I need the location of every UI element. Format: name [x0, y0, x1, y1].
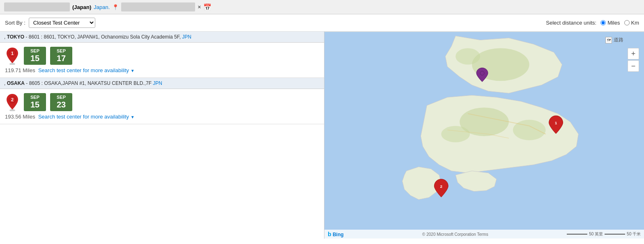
tc-country-1[interactable]: JPN	[182, 34, 191, 40]
sort-left: Sort By : Closest Test Center Date Name	[5, 18, 95, 28]
miles-radio[interactable]	[600, 20, 606, 25]
japan-label: (Japan)	[72, 4, 91, 10]
tc-header-2: , OSAKA - 8605 : OSAKA,JAPAN #1, NAKATSU…	[0, 78, 324, 89]
top-bar: (Japan) Japan. 📍 × 📅	[0, 0, 644, 14]
map-pin-1: 1	[5, 47, 20, 65]
test-center-item-2: , OSAKA - 8605 : OSAKA,JAPAN #1, NAKATSU…	[0, 78, 324, 124]
bing-logo: b Bing	[328, 231, 344, 237]
left-panel: , TOKYO - 8601 : 8601, TOKYO, JAPAN#1, O…	[0, 32, 324, 239]
km-radio-group: Km	[624, 20, 639, 26]
svg-text:1: 1	[11, 51, 14, 56]
date-badge-1b[interactable]: SEP 17	[50, 47, 72, 65]
scale-line-1	[567, 234, 587, 235]
search-link-1[interactable]: Search test center for more availability…	[38, 67, 135, 73]
date-month-1b: SEP	[54, 48, 68, 53]
date-month-1a: SEP	[28, 48, 42, 53]
tc-row-2: 2 SEP 15 SEP 23	[5, 93, 319, 111]
svg-point-9	[441, 126, 470, 142]
zoom-out-button[interactable]: −	[628, 60, 639, 72]
main-layout: , TOKYO - 8601 : 8601, TOKYO, JAPAN#1, O…	[0, 32, 644, 239]
zoom-in-button[interactable]: +	[628, 48, 639, 59]
map-footer: b Bing © 2020 Microsoft Corporation Term…	[324, 230, 644, 239]
sort-bar: Sort By : Closest Test Center Date Name …	[0, 14, 644, 32]
map-container: 1 2 🗺 道路 + −	[324, 32, 644, 239]
road-text: 道路	[614, 36, 623, 43]
tc-city-2: OSAKA	[7, 80, 25, 86]
bing-b: b	[328, 231, 331, 237]
sort-label: Sort By :	[5, 20, 25, 26]
km-radio[interactable]	[624, 20, 630, 25]
road-icon: 🗺	[605, 37, 612, 43]
svg-text:2: 2	[11, 97, 14, 102]
svg-text:1: 1	[555, 121, 557, 125]
svg-point-8	[513, 120, 546, 140]
distance-units-label: Select distance units:	[546, 20, 596, 26]
date-day-2a: 15	[28, 100, 42, 109]
date-month-2b: SEP	[54, 95, 68, 100]
pin-svg-2: 2	[5, 93, 19, 111]
pin-icon: 📍	[112, 4, 119, 10]
top-bar-left: (Japan) Japan. 📍 × 📅	[4, 2, 212, 11]
distance-units: Select distance units: Miles Km	[546, 20, 639, 26]
tc-separator-2: ,	[4, 80, 7, 86]
map-controls: + −	[628, 48, 639, 72]
tc-code-2: - 8605 : OSAKA,JAPAN #1, NAKATSU CENTER …	[25, 80, 153, 86]
scale-50mi: 50 英里	[589, 231, 603, 237]
sort-select[interactable]: Closest Test Center Date Name	[29, 18, 95, 28]
date-badge-2b[interactable]: SEP 23	[50, 93, 72, 111]
chevron-down-2: ▼	[131, 115, 135, 119]
svg-point-11	[455, 48, 480, 65]
test-center-item-1: , TOKYO - 8601 : 8601, TOKYO, JAPAN#1, O…	[0, 32, 324, 78]
km-label[interactable]: Km	[631, 20, 639, 26]
tc-city-1: TOKYO	[7, 34, 24, 40]
tc-distance-1: 119.71 Miles Search test center for more…	[5, 67, 319, 73]
svg-text:2: 2	[440, 184, 442, 189]
date-day-1b: 17	[54, 53, 68, 63]
calendar-icon[interactable]: 📅	[203, 3, 212, 11]
japan-link[interactable]: Japan.	[94, 4, 110, 10]
bing-text: Bing	[333, 232, 344, 237]
tc-country-2[interactable]: JPN	[153, 80, 162, 86]
date-day-1a: 15	[28, 53, 42, 63]
tc-separator-1: ,	[4, 34, 7, 40]
chevron-down-1: ▼	[131, 68, 135, 73]
tc-body-2: 2 SEP 15 SEP 23 193.56 Miles Search test…	[0, 89, 324, 124]
tc-header-1: , TOKYO - 8601 : 8601, TOKYO, JAPAN#1, O…	[0, 32, 324, 43]
map-pin-2: 2	[5, 93, 20, 111]
map-label-road: 🗺 道路	[605, 36, 623, 43]
date-input[interactable]	[121, 2, 195, 11]
date-badge-1a[interactable]: SEP 15	[24, 47, 46, 65]
tc-body-1: 1 SEP 15 SEP 17 119.71 Miles Search test…	[0, 43, 324, 78]
miles-label[interactable]: Miles	[607, 20, 620, 26]
miles-radio-group: Miles	[600, 20, 620, 26]
right-panel: 1 2 🗺 道路 + −	[324, 32, 644, 239]
map-copyright[interactable]: © 2020 Microsoft Corporation Terms	[422, 232, 488, 237]
map-svg: 1 2	[324, 32, 644, 239]
svg-point-12	[480, 71, 484, 75]
date-day-2b: 23	[54, 100, 68, 109]
date-month-2a: SEP	[28, 95, 42, 100]
scale-line-2	[605, 234, 625, 235]
date-badge-2a[interactable]: SEP 15	[24, 93, 46, 111]
tc-code-1: - 8601 : 8601, TOKYO, JAPAN#1, Ochanomiz…	[24, 34, 182, 40]
search-link-2[interactable]: Search test center for more availability…	[38, 114, 135, 120]
tc-row-1: 1 SEP 15 SEP 17	[5, 47, 319, 65]
location-input[interactable]	[4, 2, 70, 11]
scale-bar: 50 英里 50 千米	[567, 231, 641, 237]
tc-distance-2: 193.56 Miles Search test center for more…	[5, 114, 319, 120]
scale-50km: 50 千米	[627, 231, 641, 237]
close-button[interactable]: ×	[198, 4, 201, 10]
pin-svg-1: 1	[5, 47, 19, 65]
